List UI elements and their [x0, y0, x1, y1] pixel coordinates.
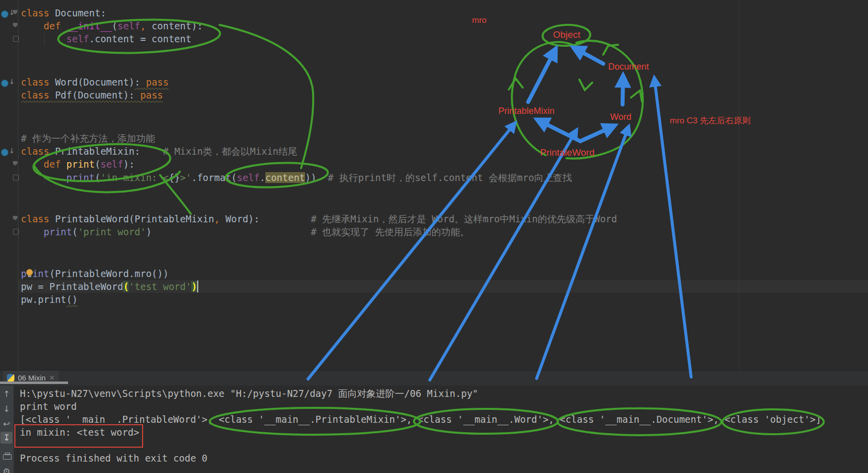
code-token: )	[146, 226, 152, 237]
code-token: print	[67, 172, 95, 183]
active-tab-underline	[0, 381, 68, 384]
code-token: print	[44, 226, 72, 237]
run-tab-bar: 06 Mixin ×	[0, 371, 868, 385]
code-token: class	[21, 90, 55, 100]
code-token: (	[95, 172, 100, 183]
code-token: class	[21, 213, 55, 224]
run-tab-label: 06 Mixin	[18, 374, 46, 382]
code-line[interactable]: # 作为一个补充方法，添加功能	[21, 132, 155, 145]
code-token: (	[95, 159, 100, 170]
code-token	[21, 159, 44, 170]
code-token	[259, 213, 311, 224]
gutter-separator	[18, 0, 18, 371]
printer-glyph	[3, 454, 11, 460]
bulb-glyph	[26, 269, 33, 276]
code-token: pass	[146, 77, 169, 88]
right-margin-guide	[739, 0, 739, 371]
code-line[interactable]: class Word(Document): pass	[21, 76, 168, 89]
code-line[interactable]: class Pdf(Document): pass	[21, 89, 163, 101]
code-token: ,	[140, 20, 146, 31]
settings-icon[interactable]: ⚙	[0, 466, 12, 473]
ide-root: class Document: def __init__(self, conte…	[0, 0, 868, 473]
code-line[interactable]: class PrintableMixin: # Mixin类，都会以Mixin结…	[21, 145, 297, 158]
code-line[interactable]: class Document:	[21, 6, 106, 19]
code-token	[21, 172, 67, 183]
code-line[interactable]: print(PrintableWord.mro())	[21, 267, 168, 280]
code-token: def	[44, 159, 67, 170]
code-token: pw = PrintableWord	[21, 281, 123, 292]
code-line[interactable]: def print(self):	[21, 158, 135, 171]
code-token: self	[67, 33, 89, 44]
code-token: # 先继承Mixin，然后才是 Word。这样mro中Mixin的优先级高于Wo…	[311, 213, 617, 224]
code-token	[21, 33, 67, 44]
code-token: class	[21, 77, 55, 88]
code-token	[140, 146, 163, 157]
subclassed-marker-icon[interactable]: ↓	[1, 79, 14, 87]
code-token: self	[100, 159, 123, 170]
code-token: self	[237, 172, 260, 183]
jump-to-top-icon[interactable]: ↑	[0, 388, 12, 400]
subclassed-marker-icon[interactable]: ↓	[1, 10, 14, 18]
code-token: ()	[67, 294, 78, 305]
code-line[interactable]: print('print word') # 也就实现了 先使用后添加的功能。	[21, 225, 470, 238]
code-line[interactable]: print('in mixin: <{}>'.format(self.conte…	[21, 171, 572, 184]
code-token: PrintableWord(PrintableMixin	[55, 213, 214, 224]
code-token: {}	[168, 172, 180, 183]
code-token: >'	[180, 172, 191, 183]
code-token	[21, 20, 44, 31]
code-token: Word(Document)	[55, 77, 135, 88]
code-token: print	[21, 268, 49, 279]
code-token: :	[129, 90, 140, 100]
code-token: pw.print	[21, 294, 67, 305]
code-token: ))	[305, 172, 316, 183]
code-token: )	[191, 281, 197, 292]
marker-dot	[1, 10, 8, 18]
code-token: ):	[123, 159, 135, 170]
code-token: print	[67, 159, 95, 170]
console-line: in mixin: <test word>	[20, 426, 139, 439]
down-arrow-icon: ↓	[9, 147, 15, 155]
code-line[interactable]: def __init__(self, content):	[21, 19, 203, 32]
tab-close-icon[interactable]: ×	[49, 374, 55, 381]
marker-dot	[1, 80, 8, 87]
code-line[interactable]: class PrintableWord(PrintableMixin, Word…	[21, 212, 617, 225]
code-token: def	[44, 20, 67, 31]
code-token: __init__	[67, 20, 112, 31]
code-line[interactable]: pw = PrintableWord('test word')	[21, 280, 197, 293]
code-token: pass	[140, 90, 163, 100]
code-token: ,	[214, 213, 220, 224]
code-token: .	[260, 172, 265, 183]
code-token: 'print word'	[78, 226, 146, 237]
print-icon[interactable]	[0, 450, 12, 462]
code-token: class	[21, 146, 55, 157]
code-token: .format(	[191, 172, 237, 183]
code-token: .content = content	[89, 33, 191, 44]
code-token: Document:	[55, 7, 106, 18]
down-arrow-icon: ↓	[9, 78, 15, 86]
code-token: content	[265, 172, 305, 183]
subclassed-marker-icon[interactable]: ↓	[1, 148, 14, 156]
code-token	[316, 172, 328, 183]
code-token: (PrintableWord.mro())	[49, 268, 168, 279]
code-token: content):	[146, 20, 203, 31]
code-token: # 作为一个补充方法，添加功能	[21, 133, 155, 144]
code-token: (	[123, 281, 129, 292]
code-line[interactable]: pw.print()	[21, 293, 78, 306]
text-caret	[197, 281, 198, 292]
jump-to-bottom-icon[interactable]: ↓	[0, 403, 12, 415]
editor-code[interactable]: class Document: def __init__(self, conte…	[0, 0, 868, 371]
indent-guide	[44, 33, 45, 46]
indent-guide	[44, 171, 45, 184]
marker-dot	[1, 149, 8, 156]
code-token: (	[72, 226, 78, 237]
intention-bulb-icon[interactable]	[26, 269, 34, 277]
bulb-base	[28, 276, 31, 277]
scroll-to-end-icon[interactable]: ↧	[0, 432, 12, 444]
code-token: # Mixin类，都会以Mixin结尾	[163, 146, 297, 157]
code-line[interactable]: self.content = content	[21, 32, 191, 45]
code-token: Pdf(Document)	[55, 90, 129, 100]
code-token: 'test word'	[129, 281, 191, 292]
code-token: (	[112, 20, 117, 31]
code-token: # 也就实现了 先使用后添加的功能。	[311, 226, 469, 237]
soft-wrap-icon[interactable]: ↩	[0, 418, 12, 430]
